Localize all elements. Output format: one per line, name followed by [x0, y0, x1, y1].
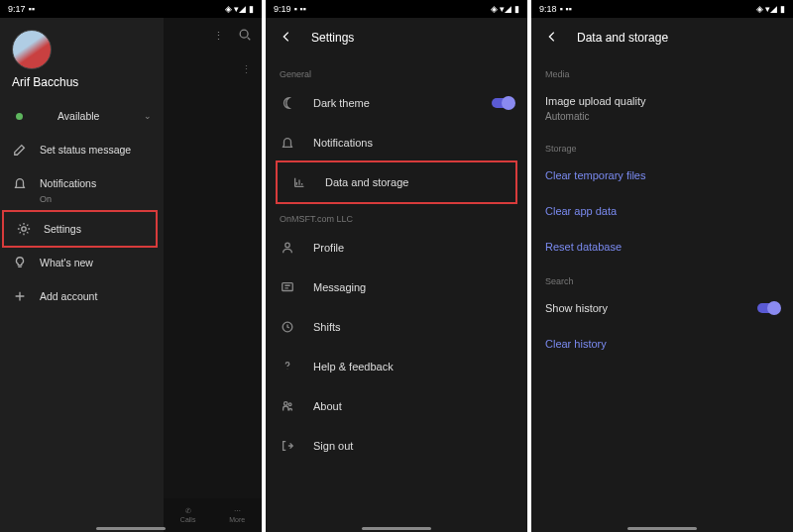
header: Data and storage [531, 18, 793, 57]
row-about[interactable]: About [266, 386, 527, 426]
section-org: OnMSFT.com LLC [266, 202, 527, 228]
svg-rect-3 [283, 283, 293, 291]
lightbulb-icon [12, 255, 28, 270]
section-search: Search [531, 265, 793, 290]
section-media: Media [531, 57, 793, 83]
svg-point-0 [22, 227, 26, 231]
person-icon [280, 240, 295, 256]
app-indicator-icon: ▪ ▪▪ [294, 4, 306, 14]
phone-screen-2: 9:19▪ ▪▪ ◈ ▾◢ ▮ Settings General Dark th… [266, 0, 527, 532]
page-title: Settings [311, 31, 354, 45]
status-icons: ◈ ▾◢ ▮ [491, 4, 519, 14]
sign-out-icon [280, 438, 295, 454]
phone-screen-3: 9:18▪ ▪▪ ◈ ▾◢ ▮ Data and storage Media I… [531, 0, 793, 532]
message-icon [280, 279, 295, 295]
main-pane: ⋮ ⋮ [164, 18, 262, 532]
chevron-down-icon: ⌄ [144, 111, 152, 121]
row-messaging[interactable]: Messaging [266, 267, 527, 307]
row-data-storage[interactable]: Data and storage [278, 162, 515, 202]
bottom-nav: ✆Calls ⋯More [164, 498, 262, 532]
dots-icon: ⋯ [234, 507, 241, 515]
chart-icon [291, 174, 307, 190]
more-vertical-icon[interactable]: ⋮ [241, 63, 252, 522]
dark-theme-toggle[interactable] [492, 98, 513, 108]
home-indicator[interactable] [362, 527, 431, 530]
section-general: General [266, 57, 527, 83]
gear-icon [16, 221, 32, 237]
clock: 9:17 [8, 4, 26, 14]
home-indicator[interactable] [96, 527, 166, 530]
page-title: Data and storage [577, 31, 668, 45]
show-history-toggle[interactable] [757, 303, 779, 313]
row-profile[interactable]: Profile [266, 228, 527, 267]
status-icons: ◈ ▾◢ ▮ [756, 4, 785, 14]
row-sign-out[interactable]: Sign out [266, 426, 527, 466]
row-image-quality-value: Automatic [531, 109, 793, 132]
whats-new-row[interactable]: What's new [0, 246, 164, 279]
edit-icon [12, 142, 28, 158]
avatar[interactable] [12, 30, 52, 69]
row-clear-history[interactable]: Clear history [531, 326, 793, 362]
back-icon[interactable] [280, 30, 293, 47]
row-image-quality[interactable]: Image upload quality [531, 83, 793, 109]
nav-more[interactable]: ⋯More [229, 507, 245, 523]
row-help[interactable]: Help & feedback [266, 347, 527, 386]
presence-available-icon [16, 113, 23, 120]
bell-icon [280, 135, 295, 151]
status-bar: 9:19▪ ▪▪ ◈ ▾◢ ▮ [266, 0, 527, 18]
status-label: Available [57, 110, 99, 122]
plus-icon [12, 288, 28, 304]
nav-drawer: Arif Bacchus Available ⌄ Set status mess… [0, 18, 164, 532]
clock: 9:19 [274, 4, 291, 14]
phone-screen-1: 9:17▪▪ ◈ ▾◢ ▮ Arif Bacchus Available ⌄ S… [0, 0, 262, 532]
moon-icon [280, 95, 295, 111]
status-bar: 9:17▪▪ ◈ ▾◢ ▮ [0, 0, 262, 18]
header: Settings [266, 18, 527, 57]
nav-calls[interactable]: ✆Calls [180, 507, 196, 523]
clock: 9:18 [539, 4, 557, 14]
add-account-row[interactable]: Add account [0, 279, 164, 313]
row-shifts[interactable]: Shifts [266, 307, 527, 347]
app-indicator-icon: ▪▪ [29, 4, 35, 14]
settings-row[interactable]: Settings [4, 212, 156, 246]
row-reset-db[interactable]: Reset database [531, 229, 793, 265]
highlight-data-storage: Data and storage [276, 160, 517, 204]
status-bar: 9:18▪ ▪▪ ◈ ▾◢ ▮ [531, 0, 793, 18]
row-show-history[interactable]: Show history [531, 290, 793, 326]
svg-point-2 [285, 243, 289, 247]
content: Arif Bacchus Available ⌄ Set status mess… [0, 18, 262, 532]
home-indicator[interactable] [627, 527, 697, 530]
question-icon [280, 359, 295, 374]
teams-icon [280, 398, 295, 414]
status-row[interactable]: Available ⌄ [0, 99, 164, 133]
row-clear-temp[interactable]: Clear temporary files [531, 158, 793, 193]
set-status-message[interactable]: Set status message [0, 133, 164, 166]
highlight-settings: Settings [2, 210, 158, 248]
row-clear-app[interactable]: Clear app data [531, 193, 793, 229]
section-storage: Storage [531, 132, 793, 158]
clock-icon [280, 319, 295, 335]
content: Settings General Dark theme Notification… [266, 18, 527, 532]
back-icon[interactable] [545, 30, 559, 47]
row-notifications[interactable]: Notifications [266, 123, 527, 162]
search-icon[interactable] [238, 28, 252, 44]
more-vertical-icon[interactable]: ⋮ [213, 30, 224, 43]
status-icons: ◈ ▾◢ ▮ [225, 4, 254, 14]
content: Data and storage Media Image upload qual… [531, 18, 793, 532]
app-indicator-icon: ▪ ▪▪ [560, 4, 572, 14]
svg-point-1 [240, 30, 248, 38]
bell-icon [12, 175, 28, 191]
row-dark-theme[interactable]: Dark theme [266, 83, 527, 123]
svg-point-6 [288, 403, 291, 406]
svg-point-5 [284, 402, 288, 406]
phone-icon: ✆ [185, 507, 191, 515]
user-name: Arif Bacchus [0, 75, 164, 99]
